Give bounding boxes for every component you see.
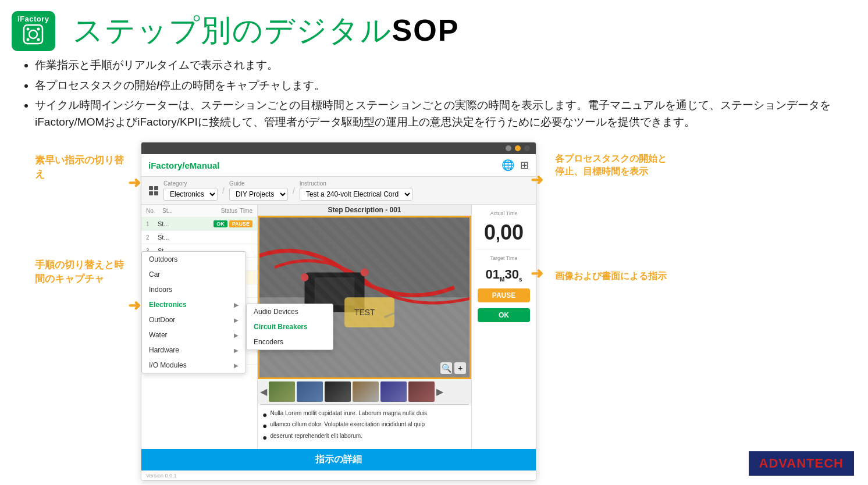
guide-select[interactable]: DIY Projects	[229, 188, 288, 201]
window-dot-2	[515, 145, 521, 151]
window-dot-3	[524, 145, 530, 151]
target-minutes: 01	[486, 267, 500, 281]
target-time-display: 01M30s	[486, 267, 522, 283]
right-arrows-container: ➜ ➜	[536, 142, 543, 481]
dropdown-item-indoors[interactable]: Indoors	[142, 282, 246, 297]
steps-list: No. St... Status Time 1 St... OK PAUSE 2	[141, 205, 258, 449]
text-content-2: ullamco cillum dolor. Voluptate exercita…	[270, 421, 425, 427]
toolbar-sep-2: /	[293, 186, 295, 195]
zoom-in-button[interactable]: +	[454, 362, 466, 374]
io-arrow: ▶	[234, 362, 239, 369]
dropdown-item-hardware[interactable]: Hardware ▶	[142, 343, 246, 358]
sub-item-circuit[interactable]: Circuit Breakers	[247, 319, 258, 334]
svg-point-5	[37, 38, 40, 41]
svg-point-4	[27, 38, 30, 41]
app-header: iFactory/eManual 🌐 ⊞	[141, 154, 536, 177]
prev-arrow[interactable]: ◀	[260, 381, 267, 402]
svg-point-17	[361, 269, 369, 277]
dropdown-label-electronics: Electronics	[149, 301, 187, 309]
svg-point-16	[301, 273, 309, 281]
bullet-dot-2: ●	[262, 421, 267, 431]
target-time-label: Target Time	[490, 255, 517, 261]
right-arrow-bottom: ➜	[536, 265, 543, 283]
category-grid-icon	[148, 186, 159, 196]
arrow-top-right: ➜	[531, 171, 543, 189]
instruction-group: Instruction Test a 240-volt Electrical C…	[300, 180, 412, 201]
brand-ifactory: iFactory	[148, 161, 182, 170]
col-status: Status	[221, 208, 237, 214]
detail-title-bar: Step Description - 001	[258, 205, 471, 216]
app-footer[interactable]: 指示の詳細	[141, 449, 536, 470]
table-row[interactable]: 1 St... OK PAUSE	[141, 217, 257, 231]
page-title: ステップ別のデジタルSOP	[73, 10, 460, 51]
app-header-icons: 🌐 ⊞	[501, 159, 529, 172]
bullet-dot-1: ●	[262, 410, 267, 420]
actual-time-comma: ,	[496, 225, 500, 243]
detail-title: Step Description - 001	[261, 206, 468, 214]
steps-header: No. St... Status Time	[141, 205, 257, 217]
sub-dropdown-electronics: Audio Devices Circuit Breakers Encoders	[246, 304, 258, 350]
next-arrow[interactable]: ▶	[436, 381, 443, 402]
version-label: Version 0.0.1	[141, 470, 536, 480]
thumb-3[interactable]	[325, 381, 351, 402]
category-select[interactable]: Electronics	[163, 188, 218, 201]
arrow-bottom-right: ➜	[531, 265, 543, 283]
dropdown-item-outdoors[interactable]: Outdoors	[142, 252, 246, 267]
pause-button[interactable]: PAUSE	[478, 288, 530, 302]
dropdown-label-water: Water	[149, 331, 168, 339]
instruction-label: Instruction	[300, 180, 412, 187]
toolbar-sep-1: /	[222, 186, 225, 195]
detail-svg: TEST	[259, 217, 469, 377]
grid-icon[interactable]: ⊞	[520, 159, 529, 172]
svg-rect-6	[149, 186, 153, 190]
svg-point-2	[27, 27, 30, 30]
window-dot-1	[506, 145, 511, 151]
bullet-1: 作業指示と手順がリアルタイムで表示されます。	[35, 57, 845, 74]
svg-rect-0	[24, 25, 42, 44]
thumb-6[interactable]	[408, 381, 435, 402]
category-dropdown: Outdoors Car Indoors Electronics ▶ OutDo…	[141, 251, 246, 373]
arrow-top-left: ➜	[128, 174, 141, 192]
col-step: St...	[162, 208, 221, 214]
bullet-3: サイクル時間インジケーターは、ステーションごとの目標時間とステーションごとの実際…	[35, 97, 845, 130]
left-annotations: 素早い指示の切り替え 手順の切り替えと時間のキャプチャ	[35, 142, 128, 481]
detail-image: TEST — 🔍	[258, 216, 471, 379]
dropdown-item-electronics[interactable]: Electronics ▶	[142, 297, 246, 312]
category-label: Category	[163, 180, 218, 187]
ok-badge: OK	[214, 220, 227, 227]
text-item-1: ● Nulla Lorem mollit cupidatat irure. La…	[262, 410, 467, 420]
logo-text: iFactory	[17, 15, 49, 23]
image-mockup: TEST — 🔍	[259, 217, 469, 377]
dropdown-item-water[interactable]: Water ▶	[142, 327, 246, 343]
dropdown-item-outdoor[interactable]: OutDoor ▶	[142, 312, 246, 327]
target-s-label: s	[519, 276, 522, 283]
annotation-quick-switch: 素早い指示の切り替え	[35, 154, 128, 181]
thumb-1[interactable]	[269, 381, 295, 402]
instruction-select[interactable]: Test a 240-volt Electrical Cord	[300, 188, 412, 201]
advantech-logo: ADVANTECH	[749, 451, 855, 476]
brand-suffix: /eManual	[182, 161, 219, 170]
right-arrow-top: ➜	[531, 171, 543, 189]
ok-button[interactable]: OK	[478, 308, 530, 322]
actual-time-label: Actual Time	[490, 211, 517, 216]
panel-divider-1	[476, 249, 531, 249]
dropdown-item-io[interactable]: I/O Modules ▶	[142, 358, 246, 373]
dropdown-item-car[interactable]: Car	[142, 267, 246, 282]
svg-text:TEST: TEST	[354, 308, 375, 317]
thumb-2[interactable]	[297, 381, 323, 402]
table-row[interactable]: 2 St...	[141, 231, 257, 244]
zoom-plus-label: +	[458, 363, 463, 373]
hardware-arrow: ▶	[234, 347, 239, 354]
step-num: 1	[146, 221, 158, 227]
zoom-controls: — 🔍 +	[432, 362, 466, 374]
step-num: 2	[146, 234, 158, 241]
guide-group: Guide DIY Projects	[229, 180, 288, 201]
thumb-4[interactable]	[353, 381, 379, 402]
sub-item-audio[interactable]: Audio Devices	[247, 304, 258, 319]
right-annotations: 各プロセスタスクの開始と停止、目標時間を表示 画像および書面による指示	[543, 142, 671, 481]
globe-icon[interactable]: 🌐	[501, 159, 514, 172]
zoom-out-button[interactable]: 🔍	[440, 362, 452, 374]
sub-item-encoders[interactable]: Encoders	[247, 334, 258, 350]
thumb-5[interactable]	[380, 381, 407, 402]
svg-rect-9	[154, 191, 158, 195]
